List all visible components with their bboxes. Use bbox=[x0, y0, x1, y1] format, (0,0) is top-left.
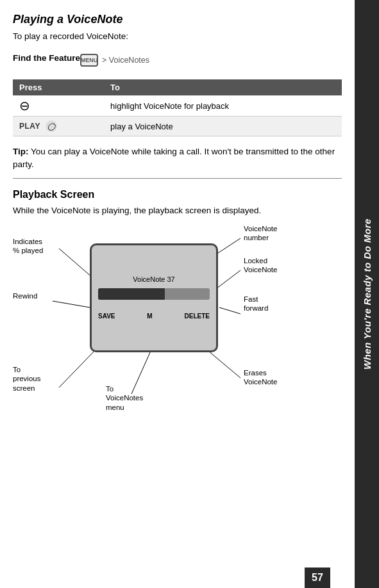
table-row: PLAY ◯ play a VoiceNote bbox=[13, 117, 342, 136]
page-title: Playing a VoiceNote bbox=[13, 13, 342, 26]
tip-text: Tip: You can play a VoiceNote while taki… bbox=[13, 145, 342, 172]
col-to: To bbox=[104, 79, 342, 95]
find-feature-path: MENU > VoiceNotes bbox=[80, 53, 149, 67]
label-fast-forward: Fastforward bbox=[244, 295, 268, 314]
label-rewind: Rewind bbox=[13, 291, 37, 301]
press-play: PLAY ◯ bbox=[13, 117, 104, 136]
screen-buttons: SAVE M DELETE bbox=[98, 313, 210, 320]
diagram-container: Indicates% played Rewind Topreviousscree… bbox=[13, 224, 342, 429]
table-row: ⊖ highlight VoiceNote for playback bbox=[13, 95, 342, 117]
to-highlight: highlight VoiceNote for playback bbox=[104, 95, 342, 117]
tip-section: Tip: You can play a VoiceNote while taki… bbox=[13, 145, 342, 179]
playback-screen-title: Playback Screen bbox=[13, 189, 342, 200]
to-play: play a VoiceNote bbox=[104, 117, 342, 136]
press-table: Press To ⊖ highlight VoiceNote for playb… bbox=[13, 79, 342, 136]
progress-bar bbox=[98, 288, 210, 300]
tip-label: Tip: bbox=[13, 147, 29, 156]
label-to-voicenotes-menu: ToVoiceNotesmenu bbox=[106, 384, 143, 413]
menu-icon: MENU bbox=[80, 54, 98, 67]
col-press: Press bbox=[13, 79, 104, 95]
label-to-previous: Topreviousscreen bbox=[13, 365, 40, 394]
svg-line-2 bbox=[59, 349, 96, 388]
label-erases-voicenote: ErasesVoiceNote bbox=[244, 368, 277, 388]
label-indicates-percent: Indicates% played bbox=[13, 237, 43, 256]
delete-btn[interactable]: DELETE bbox=[185, 313, 210, 320]
save-btn[interactable]: SAVE bbox=[98, 313, 115, 320]
playback-intro: While the VoiceNote is playing, the play… bbox=[13, 206, 342, 215]
find-feature-box: Find the Feature MENU > VoiceNotes bbox=[13, 49, 342, 70]
path-text: > VoiceNotes bbox=[102, 56, 149, 65]
press-nav-icon: ⊖ bbox=[13, 95, 104, 117]
screen-title: VoiceNote 37 bbox=[133, 275, 174, 283]
page-number: 57 bbox=[305, 568, 330, 588]
side-tab: When You're Ready to Do More bbox=[355, 0, 379, 588]
m-btn[interactable]: M bbox=[147, 313, 152, 320]
find-feature-label: Find the Feature bbox=[13, 53, 80, 65]
intro-text: To play a recorded VoiceNote: bbox=[13, 31, 342, 41]
phone-screen: VoiceNote 37 SAVE M DELETE bbox=[90, 243, 218, 352]
main-content: Playing a VoiceNote To play a recorded V… bbox=[0, 0, 355, 588]
svg-line-6 bbox=[219, 307, 240, 314]
label-locked-voicenote: LockedVoiceNote bbox=[244, 256, 277, 275]
svg-line-1 bbox=[53, 301, 90, 307]
label-voicenote-number: VoiceNotenumber bbox=[244, 224, 277, 243]
svg-line-7 bbox=[208, 351, 240, 378]
progress-fill bbox=[98, 288, 165, 300]
